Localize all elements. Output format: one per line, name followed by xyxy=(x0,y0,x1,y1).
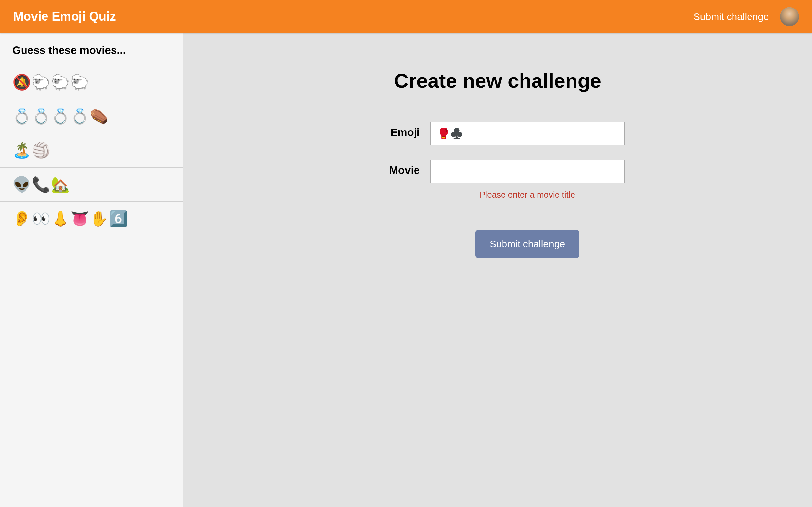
emoji-form-row: Emoji xyxy=(371,122,625,145)
movie-label: Movie xyxy=(371,160,420,177)
movie-list-item[interactable]: 🏝️🏐 xyxy=(0,133,183,167)
submit-challenge-link[interactable]: Submit challenge xyxy=(694,11,769,22)
main-content: Create new challenge Emoji Movie Please … xyxy=(183,33,812,507)
movie-error-message: Please enter a movie title xyxy=(430,190,625,200)
sidebar-heading: Guess these movies... xyxy=(0,33,183,65)
movie-list-item[interactable]: 👽📞🏡 xyxy=(0,168,183,202)
submit-row: Submit challenge xyxy=(430,230,625,258)
challenge-form: Emoji Movie Please enter a movie title S… xyxy=(371,122,625,258)
header-right: Submit challenge xyxy=(694,7,799,26)
emoji-label: Emoji xyxy=(371,122,420,139)
emoji-input-wrapper xyxy=(430,122,625,145)
app-header: Movie Emoji Quiz Submit challenge xyxy=(0,0,812,33)
movie-list-item[interactable]: 🔕🐑🐑🐑 xyxy=(0,65,183,100)
app-title: Movie Emoji Quiz xyxy=(13,9,116,23)
sidebar: Guess these movies... 🔕🐑🐑🐑 💍💍💍💍⚰️ 🏝️🏐 👽📞… xyxy=(0,33,183,507)
emoji-input[interactable] xyxy=(430,122,625,145)
page-title: Create new challenge xyxy=(394,69,601,92)
submit-challenge-button[interactable]: Submit challenge xyxy=(475,230,579,258)
movie-input[interactable] xyxy=(430,160,625,183)
movie-form-row: Movie Please enter a movie title xyxy=(371,160,625,200)
movie-list-item[interactable]: 👂👀👃👅✋6️⃣ xyxy=(0,202,183,236)
movie-list-item[interactable]: 💍💍💍💍⚰️ xyxy=(0,100,183,133)
user-avatar[interactable] xyxy=(780,7,799,26)
avatar-image xyxy=(780,7,799,26)
movie-list: 🔕🐑🐑🐑 💍💍💍💍⚰️ 🏝️🏐 👽📞🏡 👂👀👃👅✋6️⃣ xyxy=(0,65,183,236)
main-container: Guess these movies... 🔕🐑🐑🐑 💍💍💍💍⚰️ 🏝️🏐 👽📞… xyxy=(0,33,812,507)
movie-input-wrapper: Please enter a movie title xyxy=(430,160,625,200)
